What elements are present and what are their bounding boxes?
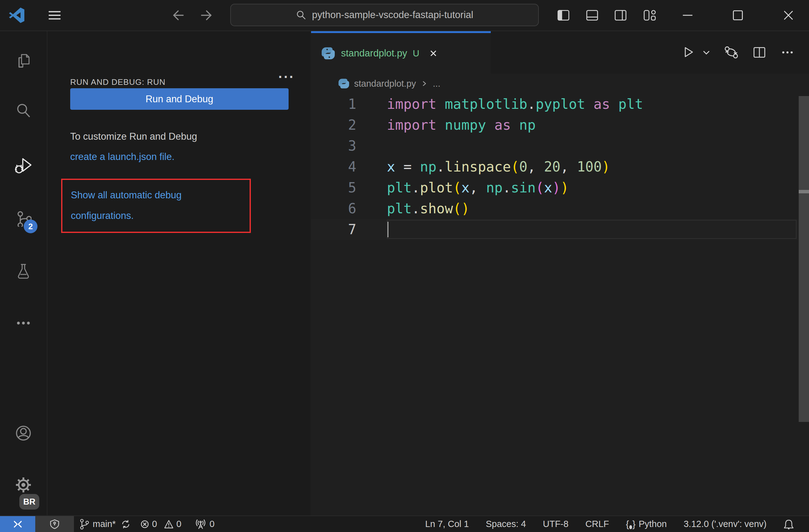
create-launch-json-link[interactable]: create a launch.json file. — [70, 151, 174, 162]
search-icon — [15, 103, 32, 119]
sidebar-title: RUN AND DEBUG: RUN — [70, 77, 165, 87]
breadcrumb-file[interactable]: standardplot.py — [354, 78, 416, 89]
shield-icon — [49, 519, 60, 530]
sync-icon — [121, 519, 131, 529]
code-line-2[interactable]: 2import numpy as np — [311, 114, 809, 135]
vscode-window: python-sample-vscode-fastapi-tutorial — [0, 0, 809, 532]
command-center-search[interactable]: python-sample-vscode-fastapi-tutorial — [230, 4, 539, 26]
toggle-panel-icon[interactable] — [585, 8, 599, 22]
encoding-item[interactable]: UTF-8 — [543, 516, 568, 532]
errors-icon — [140, 519, 150, 529]
customize-layout-icon[interactable] — [642, 8, 657, 22]
toggle-secondary-sidebar-icon[interactable] — [614, 8, 628, 22]
tab-label: standardplot.py — [341, 48, 407, 59]
code-line-3[interactable]: 3 — [311, 135, 809, 156]
workspace-trust-item[interactable] — [35, 516, 74, 532]
tab-close-icon[interactable] — [429, 49, 438, 58]
beaker-icon — [15, 263, 32, 279]
show-all-configurations-link[interactable]: Show all automatic debug configurations. — [71, 185, 241, 226]
code-text: plt.show() — [387, 198, 469, 219]
python-interpreter-item[interactable]: 3.12.0 ('.venv': venv) — [684, 516, 767, 532]
sidebar-item-more[interactable] — [0, 306, 47, 340]
branch-item[interactable]: main* — [79, 516, 131, 532]
text-cursor — [388, 222, 389, 237]
code-line-6[interactable]: 6plt.show() — [311, 198, 809, 219]
indentation-item[interactable]: Spaces: 4 — [486, 516, 526, 532]
line-col-item[interactable]: Ln 7, Col 1 — [425, 516, 469, 532]
tab-bar: standardplot.py U — [311, 31, 809, 74]
line-number: 3 — [311, 135, 356, 156]
line-number: 2 — [311, 114, 356, 135]
gear-icon — [15, 477, 32, 493]
run-and-debug-button[interactable]: Run and Debug — [70, 88, 289, 110]
sidebar-item-search[interactable] — [0, 93, 47, 128]
toggle-primary-sidebar-icon[interactable] — [556, 8, 571, 22]
remote-indicator[interactable] — [0, 516, 35, 532]
remote-icon — [12, 519, 23, 530]
settings-badge: BR — [19, 494, 39, 510]
breadcrumb-symbol[interactable]: ... — [433, 78, 440, 89]
python-icon — [322, 47, 335, 60]
editor-actions — [681, 31, 809, 74]
sidebar-item-run-and-debug[interactable] — [0, 148, 47, 182]
split-editor-icon[interactable] — [752, 45, 767, 59]
command-center-label: python-sample-vscode-fastapi-tutorial — [312, 10, 473, 21]
search-icon — [296, 10, 306, 20]
code-line-5[interactable]: 5plt.plot(x, np.sin(x)) — [311, 177, 809, 198]
line-number: 4 — [311, 156, 356, 177]
current-line-highlight — [387, 220, 796, 239]
code-text: import matplotlib.pyplot as plt — [387, 93, 643, 114]
run-python-file-icon[interactable] — [681, 45, 695, 59]
sidebar-item-testing[interactable] — [0, 253, 47, 288]
python-icon — [339, 78, 349, 89]
editor-scrollbar[interactable] — [799, 96, 809, 422]
line-number: 6 — [311, 198, 356, 219]
open-changes-icon[interactable] — [724, 45, 739, 59]
sidebar-item-source-control[interactable]: 2 — [0, 201, 47, 236]
eol-item[interactable]: CRLF — [585, 516, 609, 532]
editor-group: standardplot.py U — [311, 31, 809, 516]
close-button[interactable] — [781, 8, 796, 22]
status-bar-right: Ln 7, Col 1 Spaces: 4 UTF-8 CRLF {} Pyth… — [425, 516, 809, 532]
tab-modified-indicator: U — [413, 48, 419, 59]
sidebar-item-explorer[interactable] — [0, 44, 47, 78]
problems-item[interactable]: 0 0 — [140, 516, 181, 532]
customize-hint-text: To customize Run and Debug — [70, 131, 197, 142]
run-and-debug-sidebar: RUN AND DEBUG: RUN ··· Run and Debug To … — [48, 31, 310, 516]
ports-item[interactable]: 0 — [195, 516, 214, 532]
language-label: Python — [639, 519, 667, 529]
tab-standardplot[interactable]: standardplot.py U — [311, 31, 491, 74]
code-text: x = np.linspace(0, 20, 100) — [387, 156, 610, 177]
language-mode-item[interactable]: {} Python — [626, 516, 667, 532]
breadcrumb[interactable]: standardplot.py ... — [311, 74, 809, 93]
git-branch-icon — [79, 518, 89, 530]
warnings-icon — [164, 519, 174, 529]
bell-icon[interactable] — [784, 519, 794, 530]
line-number: 7 — [311, 219, 356, 240]
activity-bar: 2 — [0, 31, 48, 516]
code-line-1[interactable]: 1import matplotlib.pyplot as plt — [311, 93, 809, 114]
radio-tower-icon — [195, 519, 206, 530]
warnings-count: 0 — [176, 519, 181, 529]
code-area[interactable]: 1import matplotlib.pyplot as plt2import … — [311, 93, 809, 240]
minimize-button[interactable] — [681, 8, 695, 22]
errors-count: 0 — [152, 519, 157, 529]
settings-button[interactable]: BR — [0, 468, 47, 502]
files-icon — [15, 53, 32, 69]
run-dropdown-chevron-icon[interactable] — [702, 48, 710, 56]
code-text: plt.plot(x, np.sin(x)) — [387, 177, 569, 198]
maximize-button[interactable] — [731, 8, 745, 22]
code-text: import numpy as np — [387, 114, 536, 135]
navigate-back-icon[interactable] — [170, 8, 185, 23]
debug-icon — [15, 156, 32, 174]
status-bar: main* 0 0 — [0, 515, 809, 532]
sidebar-more-actions[interactable]: ··· — [278, 69, 295, 85]
code-line-7[interactable]: 7 — [311, 219, 809, 240]
more-actions-icon[interactable] — [780, 45, 795, 59]
line-number: 1 — [311, 93, 356, 114]
menu-hamburger-icon[interactable] — [47, 8, 63, 22]
navigate-forward-icon[interactable] — [200, 8, 214, 23]
ellipsis-icon — [15, 315, 32, 331]
code-line-4[interactable]: 4x = np.linspace(0, 20, 100) — [311, 156, 809, 177]
accounts-button[interactable] — [0, 416, 47, 450]
